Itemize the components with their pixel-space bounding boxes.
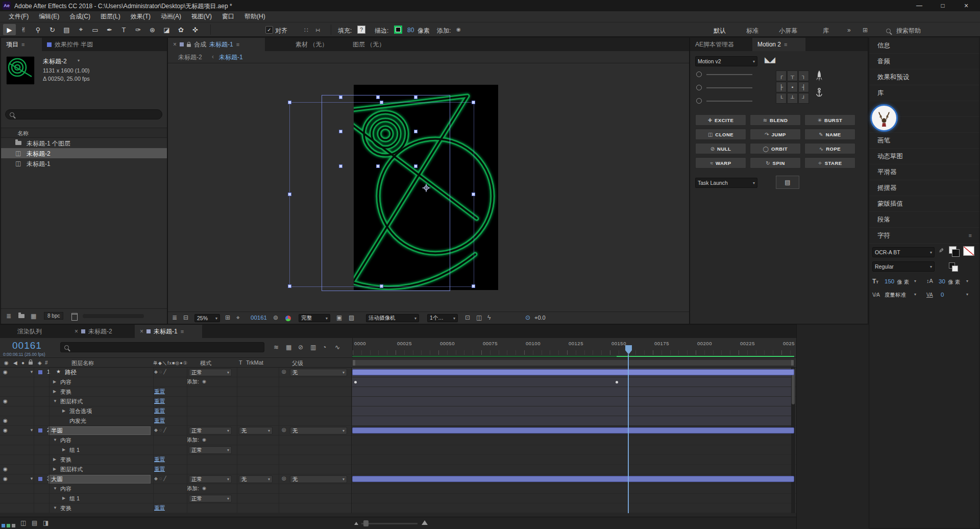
font-style-dropdown[interactable]: Regular▾ [872, 261, 935, 272]
twirl-icon[interactable]: ▶ [53, 457, 56, 462]
reset-link[interactable]: 重置 [154, 456, 165, 463]
new-folder-icon[interactable] [18, 314, 24, 318]
zoom-slider-knob[interactable] [363, 520, 369, 526]
layer-duration-bar[interactable] [352, 476, 794, 482]
tab-timeline-comp2[interactable]: ×未标题-2 [69, 325, 130, 338]
panel-tab-effects-presets[interactable]: 效果和预设 [869, 69, 979, 85]
workspace-menu-icon[interactable]: ⊞ [863, 27, 868, 34]
puppet-pin-tool-icon[interactable]: ✜ [189, 24, 202, 35]
breadcrumb-current[interactable]: 未标题-1 [219, 53, 243, 62]
anchor-ring-icon[interactable] [696, 85, 702, 90]
table-row[interactable]: ▼ 内容 添加:◉ [0, 484, 796, 494]
close-button[interactable]: × [954, 0, 978, 11]
trkmat-dropdown[interactable]: 无▾ [239, 475, 273, 483]
selection-handle[interactable] [376, 95, 380, 99]
show-channel-icon[interactable] [285, 316, 291, 321]
region-of-interest-icon[interactable]: ▣ [336, 314, 342, 321]
layer-duration-bar[interactable] [352, 369, 794, 375]
current-frame-display[interactable]: 00161 [251, 315, 267, 321]
draft-3d-icon[interactable]: ▦ [286, 344, 291, 351]
anchor-mid-right-button[interactable]: ┤ [798, 82, 809, 92]
eye-icon[interactable]: ◉ [3, 427, 8, 433]
mask-visibility-icon[interactable]: ⌖ [236, 314, 240, 321]
reset-link[interactable]: 重置 [154, 388, 165, 395]
selection-handle[interactable] [288, 284, 291, 288]
workspace-small-screen[interactable]: 小屏幕 [779, 27, 797, 35]
view-options-icon[interactable]: ≣ [172, 314, 177, 321]
t-column[interactable]: T [239, 359, 242, 366]
type-tool-icon[interactable]: T [117, 24, 130, 35]
foreground-color-swatch[interactable] [952, 249, 960, 257]
fast-previews-icon[interactable]: ◫ [476, 314, 482, 321]
panel-menu-icon[interactable]: ≡ [969, 232, 972, 238]
kerning-value[interactable]: 度量标准 [885, 292, 906, 299]
help-search-input[interactable]: 搜索帮助 [896, 27, 921, 35]
selection-handle[interactable] [414, 130, 418, 133]
workspace-overflow[interactable]: » [847, 27, 851, 34]
panel-menu-icon[interactable]: ≡ [236, 41, 239, 47]
table-row[interactable]: ▶ 混合选项 重置 [0, 406, 796, 416]
mini-flowchart-icon[interactable]: ≋ [274, 344, 279, 351]
selection-handle[interactable] [414, 95, 418, 99]
parent-pickwhip-icon[interactable]: ◎ [282, 475, 286, 481]
minimize-button[interactable]: — [908, 0, 931, 11]
snap-checkbox[interactable]: ✓ [265, 26, 273, 34]
pixel-aspect-icon[interactable]: ⊡ [465, 314, 470, 321]
snapshot-icon[interactable]: ⊚ [273, 314, 278, 321]
tab-timeline-comp1[interactable]: ×未标题-1≡ [135, 325, 202, 338]
exposure-value[interactable]: +0.0 [534, 315, 546, 321]
selection-tool-icon[interactable]: ▶ [3, 24, 16, 35]
layer-duration-bar[interactable] [352, 427, 794, 434]
table-row[interactable]: ▶ 组 1 正常▾ [0, 445, 796, 455]
workspace-standard[interactable]: 标准 [746, 27, 758, 35]
fill-color-swatch[interactable]: ? [357, 26, 365, 34]
timeline-jump-icon[interactable]: ϟ [487, 314, 491, 321]
menu-animation[interactable]: 动画(A) [156, 12, 186, 21]
exposure-icon[interactable]: ⊙ [525, 314, 530, 321]
list-item[interactable]: ◫ 未标题-1 [1, 158, 167, 169]
shy-layers-icon[interactable]: ⊘ [298, 344, 303, 351]
shape-add-icon[interactable]: ◉ [456, 27, 461, 32]
chevron-down-icon[interactable]: ▾ [78, 58, 80, 63]
selection-handle[interactable] [339, 95, 342, 99]
stroke-color-swatch[interactable] [394, 26, 402, 34]
video-column-icon[interactable]: ◉ [4, 360, 9, 366]
layer-switches[interactable]: ◆◌╱ [154, 476, 168, 481]
selection-handle[interactable] [472, 193, 475, 196]
table-row[interactable]: ▶ 变换 重置 [0, 455, 796, 465]
reset-link[interactable]: 重置 [154, 417, 165, 424]
shape-tool-icon[interactable]: ▭ [89, 24, 102, 35]
tab-effect-controls[interactable]: 效果控件 半圆 [42, 38, 128, 51]
twirl-icon[interactable]: ▶ [53, 389, 56, 394]
timeline-zoom-slider[interactable] [361, 523, 418, 524]
slider-track[interactable] [706, 74, 752, 75]
switches-column[interactable]: 单◆＼fx■◎●① [153, 360, 188, 367]
table-row[interactable]: ▶ 内容 添加:◉ [0, 377, 796, 387]
table-row[interactable]: ◉ ▶ 图层样式 重置 [0, 465, 796, 474]
menu-file[interactable]: 文件(F) [4, 12, 33, 21]
tab-footage[interactable]: 素材 （无） [290, 38, 348, 51]
rocket-icon[interactable] [816, 70, 823, 83]
name-button[interactable]: ✎NAME [804, 129, 855, 140]
jump-button[interactable]: ↷JUMP [750, 129, 801, 140]
project-list-header[interactable]: 名称 [1, 128, 167, 138]
work-area-start-handle[interactable] [353, 360, 355, 366]
anchor-bottom-left-button[interactable]: └ [776, 93, 787, 104]
burst-button[interactable]: ✳BURST [804, 114, 855, 126]
twirl-icon[interactable]: ▶ [53, 467, 56, 471]
lock-column-icon[interactable] [29, 362, 33, 365]
anchor-ring-icon[interactable] [696, 98, 702, 104]
panel-tab-audio[interactable]: 音频 [869, 54, 979, 69]
table-row[interactable]: ◉ ▼ 2 ★ 半圆 ◆◌╱ 正常▾ 无▾ ◎ 无▾ [0, 426, 796, 436]
reset-link[interactable]: 重置 [154, 398, 165, 405]
orbit-button[interactable]: ◯ORBIT [750, 143, 801, 154]
expand-modes-toggle[interactable]: ▤ [32, 519, 37, 526]
resolution-dropdown[interactable]: 完整▾ [299, 314, 330, 322]
eye-icon[interactable]: ◉ [3, 418, 8, 423]
twirl-icon[interactable]: ▼ [30, 476, 34, 481]
chevron-down-icon[interactable]: ▾ [966, 292, 968, 297]
label-color-chip[interactable] [38, 370, 43, 375]
project-scrollbar[interactable] [83, 314, 144, 318]
table-row[interactable]: ◉ ▼ 图层样式 重置 [0, 397, 796, 406]
blend-mode-dropdown[interactable]: 正常▾ [189, 369, 232, 376]
